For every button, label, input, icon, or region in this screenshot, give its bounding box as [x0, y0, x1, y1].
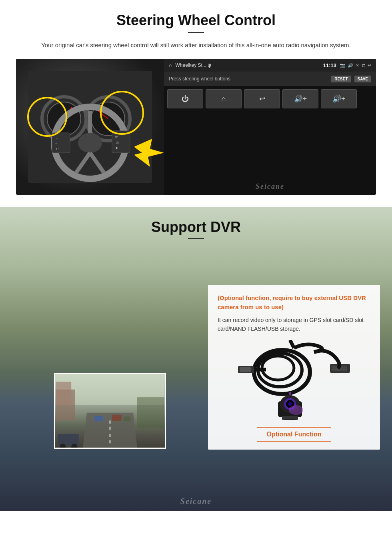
svg-rect-26: [112, 415, 122, 421]
controls-prompt: Press steering wheel buttons: [169, 76, 328, 82]
dvr-title: Support DVR: [0, 207, 392, 236]
svg-rect-25: [94, 416, 103, 422]
dvr-thumbnail: [54, 373, 166, 449]
svg-point-8: [78, 133, 102, 153]
svg-text:↩: ↩: [56, 147, 59, 151]
dvr-section: Support DVR: [0, 207, 392, 511]
dvr-thumbnail-inner: [55, 374, 165, 448]
svg-rect-38: [240, 367, 251, 372]
svg-rect-49: [285, 419, 295, 420]
dvr-optional-text: (Optional function, require to buy exter…: [218, 294, 370, 312]
hu-buttons-grid: ⏻ ⌂ ↩ 🔊+ 🔊+: [164, 86, 376, 112]
dvr-camera-image: [218, 340, 370, 420]
seicane-watermark-dvr: Seicane: [180, 497, 212, 506]
svg-rect-30: [137, 397, 164, 428]
optional-function-badge: Optional Function: [257, 427, 332, 442]
svg-point-46: [288, 402, 292, 406]
svg-rect-27: [124, 417, 130, 422]
steering-image-area: + ‒ ↩ ⟳ ◎ ❖ ⌂ Wheelkey St... ψ: [16, 59, 376, 195]
hu-controls-bar: Press steering wheel buttons RESET SAVE: [164, 72, 376, 86]
optional-function-badge-wrapper: Optional Function: [218, 426, 370, 442]
highlight-circle-right: [100, 91, 144, 135]
svg-text:+: +: [56, 136, 58, 140]
svg-rect-29: [56, 382, 71, 405]
steering-photo: + ‒ ↩ ⟳ ◎ ❖: [16, 59, 164, 195]
steering-divider: [188, 32, 204, 33]
svg-rect-31: [58, 434, 79, 446]
camera-icon: 📷: [340, 63, 345, 68]
svg-rect-12: [52, 133, 70, 153]
dvr-camera-svg: [234, 340, 354, 420]
dvr-description: It can record video only to storage in G…: [218, 316, 370, 334]
app-name: Wheelkey St... ψ: [175, 62, 320, 68]
svg-point-36: [262, 356, 294, 380]
dvr-info-card: (Optional function, require to buy exter…: [208, 285, 380, 450]
home-icon: ⌂: [169, 62, 172, 68]
highlight-circle-left: [27, 97, 67, 137]
hu-key-vol-up-2[interactable]: 🔊+: [321, 89, 357, 108]
svg-text:◎: ◎: [116, 141, 119, 144]
svg-point-47: [289, 405, 303, 415]
yellow-arrow-svg: [130, 135, 164, 171]
steering-title: Steering Wheel Control: [16, 12, 376, 29]
hu-key-home[interactable]: ⌂: [206, 89, 242, 108]
svg-text:‒: ‒: [55, 142, 58, 146]
svg-text:⟳: ⟳: [115, 135, 118, 139]
hu-key-power[interactable]: ⏻: [167, 89, 203, 108]
volume-icon: 🔊: [348, 63, 353, 68]
repeat-icon: ⇄: [362, 63, 365, 68]
hu-statusbar: ⌂ Wheelkey St... ψ 11:13 📷 🔊 ✕ ⇄ ↩: [164, 59, 376, 72]
steering-subtitle: Your original car's steering wheel contr…: [16, 40, 376, 50]
seicane-watermark-steering: Seicane: [256, 182, 284, 191]
close-icon: ✕: [356, 63, 359, 68]
svg-text:❖: ❖: [115, 146, 118, 150]
status-icons: 📷 🔊 ✕ ⇄ ↩: [340, 63, 371, 68]
reset-button[interactable]: RESET: [331, 76, 351, 82]
svg-marker-20: [134, 139, 164, 167]
dvr-thumbnail-svg: [55, 374, 165, 448]
hu-key-vol-up-1[interactable]: 🔊+: [282, 89, 318, 108]
dvr-divider: [188, 238, 204, 239]
head-unit-screen: ⌂ Wheelkey St... ψ 11:13 📷 🔊 ✕ ⇄ ↩ Press…: [164, 59, 376, 195]
steering-section: Steering Wheel Control Your original car…: [0, 0, 392, 195]
time-display: 11:13: [323, 62, 336, 68]
hu-key-back[interactable]: ↩: [244, 89, 280, 108]
back-icon: ↩: [368, 63, 371, 68]
save-button[interactable]: SAVE: [354, 76, 372, 82]
